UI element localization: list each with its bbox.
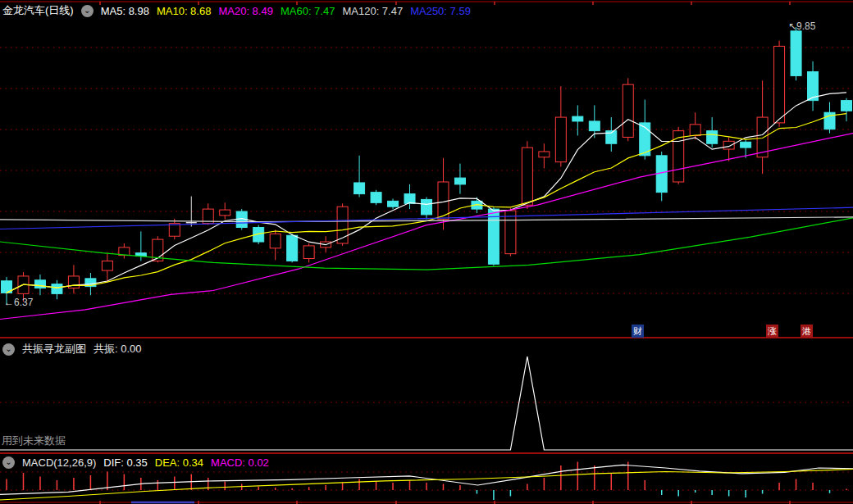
candle-body <box>287 235 298 261</box>
candle-body <box>741 142 751 148</box>
chevron-down-icon[interactable]: ⌄ <box>2 456 15 469</box>
candle-body <box>791 31 801 76</box>
ma60-label: MA60: 7.47 <box>281 5 335 17</box>
ma10-label: MA10: 8.68 <box>157 5 212 17</box>
event-badge-rise[interactable]: 涨 <box>766 325 778 338</box>
candle-body <box>723 141 734 149</box>
ma120-label: MA120: 7.47 <box>342 5 403 17</box>
macd-value: MACD: 0.02 <box>211 456 269 469</box>
low-arrow-icon: ← <box>4 297 14 308</box>
future-data-watermark: 用到未来数据 <box>2 434 66 448</box>
main-gridlines <box>0 48 853 293</box>
candle-body <box>505 211 516 254</box>
candle-body <box>270 234 281 248</box>
macd-header: ⌄ MACD(12,26,9) DIF: 0.35 DEA: 0.34 MACD… <box>2 456 269 469</box>
candle-body <box>454 178 465 184</box>
candle-body <box>220 210 230 216</box>
candle-body <box>169 224 180 237</box>
candles-layer <box>2 27 852 305</box>
candle-body <box>572 116 583 121</box>
high-arrow-icon: ↖ <box>788 20 796 32</box>
candle-body <box>102 261 112 270</box>
candle-body <box>623 84 633 137</box>
main-chart-header: 金龙汽车(日线) ⌄ MA5: 8.98 MA10: 8.68 MA20: 8.… <box>2 3 471 18</box>
resonance-spike <box>0 356 853 450</box>
candle-body <box>774 46 785 123</box>
indicator2-value: 共振: 0.00 <box>94 342 142 356</box>
chart-canvas[interactable] <box>0 0 853 504</box>
macd-name: MACD(12,26,9) <box>22 456 96 469</box>
low-price-annotation: ←6.37 <box>4 297 33 308</box>
event-badge-hk[interactable]: 港 <box>801 325 813 338</box>
candle-body <box>842 101 852 111</box>
event-badge-finance[interactable]: 财 <box>632 325 644 338</box>
candle-body <box>34 280 45 288</box>
chevron-down-icon[interactable]: ⌄ <box>2 343 15 356</box>
candle-body <box>404 194 415 204</box>
candle-body <box>422 199 432 215</box>
indicator2-header: ⌄ 共振寻龙副图 共振: 0.00 <box>2 342 142 356</box>
candle-body <box>388 201 399 207</box>
candle-body <box>371 193 381 203</box>
high-price-value: 9.85 <box>796 20 815 32</box>
candle-body <box>690 125 700 136</box>
ma20-label: MA20: 8.49 <box>218 5 273 17</box>
ma5-label: MA5: 8.98 <box>101 5 149 17</box>
dea-value: DEA: 0.34 <box>155 456 203 469</box>
candle-body <box>522 148 532 205</box>
candle-body <box>52 284 62 294</box>
candle-body <box>707 131 718 144</box>
resonance-panel-layer <box>0 356 853 450</box>
stock-title: 金龙汽车(日线) <box>2 3 74 18</box>
indicator2-name: 共振寻龙副图 <box>22 342 86 356</box>
dif-value: DIF: 0.35 <box>103 456 147 469</box>
candle-body <box>303 246 314 259</box>
candle-body <box>555 117 566 162</box>
ma250-label: MA250: 7.59 <box>410 5 471 17</box>
chevron-down-icon[interactable]: ⌄ <box>81 5 94 17</box>
stock-chart-window: 金龙汽车(日线) ⌄ MA5: 8.98 MA10: 8.68 MA20: 8.… <box>0 0 853 504</box>
candle-body <box>589 121 600 131</box>
candle-body <box>488 209 499 264</box>
low-price-value: 6.37 <box>14 297 33 308</box>
candle-body <box>354 183 365 194</box>
high-price-annotation: ↖9.85 <box>788 20 815 32</box>
candle-body <box>673 131 684 182</box>
candle-body <box>539 152 550 157</box>
